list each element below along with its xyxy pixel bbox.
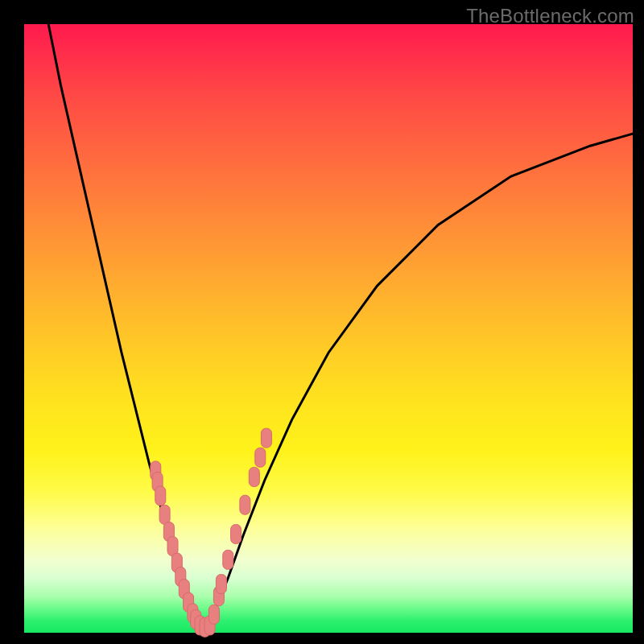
marker-dot xyxy=(231,525,242,544)
marker-dot xyxy=(208,605,219,624)
marker-dot xyxy=(261,428,271,448)
marker-dot xyxy=(223,550,233,569)
watermark-text: TheBottleneck.com xyxy=(466,5,634,27)
chart-frame: TheBottleneck.com xyxy=(0,0,644,644)
curve-right-path xyxy=(207,134,633,626)
marker-dot xyxy=(255,448,266,467)
marker-group xyxy=(151,428,272,637)
plot-area xyxy=(24,24,633,633)
chart-svg xyxy=(24,24,633,633)
marker-dot xyxy=(249,468,259,487)
marker-dot xyxy=(159,505,170,524)
marker-dot xyxy=(216,575,226,594)
marker-dot xyxy=(155,486,166,506)
marker-dot xyxy=(240,495,250,514)
curve-left-path xyxy=(48,24,198,626)
